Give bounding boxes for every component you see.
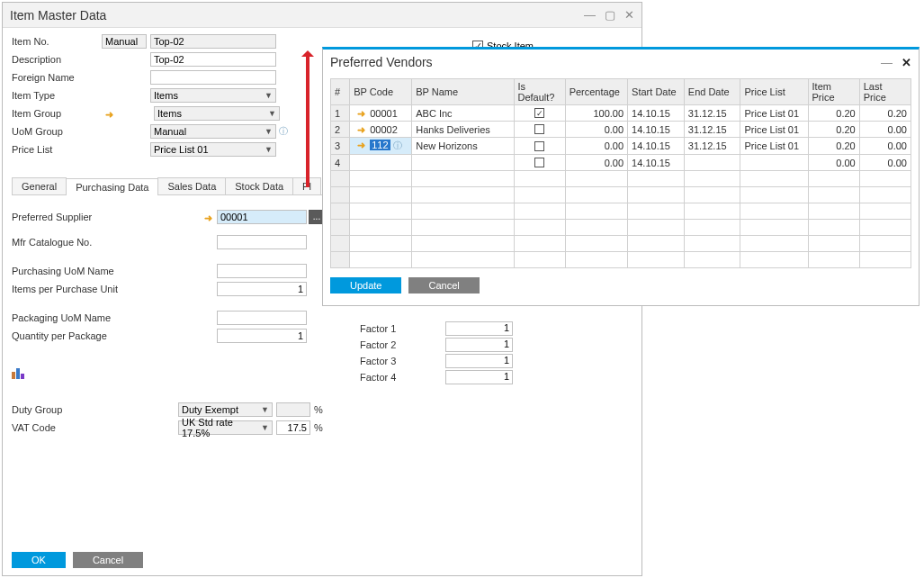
- default-cell[interactable]: [514, 155, 565, 171]
- link-arrow-icon[interactable]: [357, 140, 366, 149]
- tab-stock-data[interactable]: Stock Data: [225, 177, 293, 194]
- pct-cell[interactable]: 100.00: [565, 105, 627, 122]
- default-cell[interactable]: ✓: [514, 105, 565, 122]
- purchasing-uom-input[interactable]: [217, 264, 307, 278]
- table-row[interactable]: [331, 187, 911, 203]
- end-cell[interactable]: [684, 155, 740, 171]
- start-cell[interactable]: 14.10.15: [628, 122, 685, 138]
- minimize-icon[interactable]: —: [881, 56, 893, 69]
- item-group-select[interactable]: Items▼: [154, 106, 280, 121]
- table-row[interactable]: [331, 203, 911, 220]
- bp-name-cell[interactable]: [412, 155, 514, 171]
- col-header[interactable]: Item Price: [808, 79, 859, 105]
- last_price-cell[interactable]: 0.20: [859, 105, 911, 122]
- pct-cell[interactable]: 0.00: [565, 122, 627, 138]
- col-header[interactable]: Last Price: [859, 79, 911, 105]
- factor-input[interactable]: 1: [445, 370, 513, 384]
- default-cell[interactable]: [514, 138, 565, 155]
- start-cell[interactable]: 14.10.15: [628, 155, 685, 171]
- info-icon[interactable]: [276, 125, 288, 138]
- popup-cancel-button[interactable]: Cancel: [408, 277, 479, 294]
- start-cell[interactable]: 14.10.15: [628, 138, 685, 155]
- tab-purchasing-data[interactable]: Purchasing Data: [66, 178, 158, 195]
- item-no-type-select[interactable]: Manual: [102, 34, 147, 49]
- table-row[interactable]: 100001ABC Inc✓100.0014.10.1531.12.15Pric…: [331, 105, 911, 122]
- ok-button[interactable]: OK: [12, 552, 66, 568]
- price_list-cell[interactable]: [740, 155, 808, 171]
- mfr-catalogue-input[interactable]: [217, 235, 307, 249]
- factor-input[interactable]: 1: [445, 354, 513, 368]
- end-cell[interactable]: 31.12.15: [684, 105, 740, 122]
- link-arrow-icon[interactable]: [105, 109, 114, 118]
- table-row[interactable]: [331, 236, 911, 252]
- item_price-cell[interactable]: 0.20: [808, 138, 859, 155]
- last_price-cell[interactable]: 0.00: [859, 122, 911, 138]
- tab-sales-data[interactable]: Sales Data: [157, 177, 226, 194]
- pct-cell[interactable]: 0.00: [565, 138, 627, 155]
- vat-code-select[interactable]: UK Std rate 17.5%▼: [178, 420, 273, 435]
- link-arrow-icon[interactable]: [204, 212, 213, 221]
- factor-input[interactable]: 1: [445, 338, 513, 352]
- minimize-icon[interactable]: —: [584, 8, 596, 22]
- foreign-name-input[interactable]: [150, 70, 276, 85]
- items-per-purchase-input[interactable]: 1: [217, 282, 307, 296]
- bp-code-cell[interactable]: 112: [350, 138, 412, 155]
- uom-group-select[interactable]: Manual▼: [150, 124, 276, 139]
- bp-name-cell[interactable]: ABC Inc: [412, 105, 514, 122]
- start-cell[interactable]: 14.10.15: [628, 105, 685, 122]
- tab-general[interactable]: General: [12, 177, 67, 194]
- price_list-cell[interactable]: Price List 01: [740, 122, 808, 138]
- table-row[interactable]: 200002Hanks Deliveries0.0014.10.1531.12.…: [331, 122, 911, 138]
- default-cell[interactable]: [514, 122, 565, 138]
- lookup-icon[interactable]: [390, 140, 402, 150]
- factor-input[interactable]: 1: [445, 321, 513, 336]
- bp-code-cell[interactable]: [350, 155, 412, 171]
- default-checkbox[interactable]: [534, 158, 544, 167]
- link-arrow-icon[interactable]: [357, 108, 366, 117]
- item-type-select[interactable]: Items▼: [150, 88, 276, 103]
- item-no-input[interactable]: Top-02: [150, 34, 276, 49]
- end-cell[interactable]: 31.12.15: [684, 138, 740, 155]
- last_price-cell[interactable]: 0.00: [859, 155, 911, 171]
- close-icon[interactable]: ✕: [902, 56, 911, 69]
- item_price-cell[interactable]: 0.20: [808, 105, 859, 122]
- duty-group-select[interactable]: Duty Exempt▼: [178, 402, 273, 417]
- default-checkbox[interactable]: ✓: [534, 108, 544, 118]
- bp-name-cell[interactable]: New Horizons: [412, 138, 514, 155]
- price_list-cell[interactable]: Price List 01: [740, 105, 808, 122]
- item_price-cell[interactable]: 0.00: [808, 155, 859, 171]
- table-row[interactable]: [331, 252, 911, 268]
- last_price-cell[interactable]: 0.00: [859, 138, 911, 155]
- col-header[interactable]: End Date: [684, 79, 740, 105]
- col-header[interactable]: Price List: [740, 79, 808, 105]
- col-header[interactable]: BP Code: [350, 79, 412, 105]
- default-checkbox[interactable]: [534, 124, 544, 134]
- chart-icon[interactable]: [12, 365, 28, 379]
- table-row[interactable]: 3112New Horizons0.0014.10.1531.12.15Pric…: [331, 138, 911, 155]
- bp-code-cell[interactable]: 00002: [350, 122, 412, 138]
- bp-name-cell[interactable]: Hanks Deliveries: [412, 122, 514, 138]
- preferred-supplier-input[interactable]: 00001: [217, 210, 307, 224]
- price_list-cell[interactable]: Price List 01: [740, 138, 808, 155]
- table-row[interactable]: [331, 171, 911, 187]
- pct-cell[interactable]: 0.00: [565, 155, 627, 171]
- link-arrow-icon[interactable]: [357, 124, 366, 133]
- description-input[interactable]: Top-02: [150, 52, 276, 67]
- default-checkbox[interactable]: [534, 141, 544, 151]
- col-header[interactable]: BP Name: [412, 79, 514, 105]
- close-icon[interactable]: ✕: [624, 8, 634, 22]
- item_price-cell[interactable]: 0.20: [808, 122, 859, 138]
- update-button[interactable]: Update: [330, 277, 401, 294]
- packaging-uom-input[interactable]: [217, 311, 307, 325]
- price-list-select[interactable]: Price List 01▼: [150, 142, 276, 157]
- col-header[interactable]: Percentage: [565, 79, 627, 105]
- maximize-icon[interactable]: ▢: [605, 8, 615, 22]
- col-header[interactable]: #: [331, 79, 350, 105]
- col-header[interactable]: Start Date: [628, 79, 685, 105]
- bp-code-cell[interactable]: 00001: [350, 105, 412, 122]
- end-cell[interactable]: 31.12.15: [684, 122, 740, 138]
- table-row[interactable]: [331, 220, 911, 236]
- col-header[interactable]: Is Default?: [514, 79, 565, 105]
- qty-per-package-input[interactable]: 1: [217, 329, 307, 343]
- cancel-button[interactable]: Cancel: [73, 552, 143, 568]
